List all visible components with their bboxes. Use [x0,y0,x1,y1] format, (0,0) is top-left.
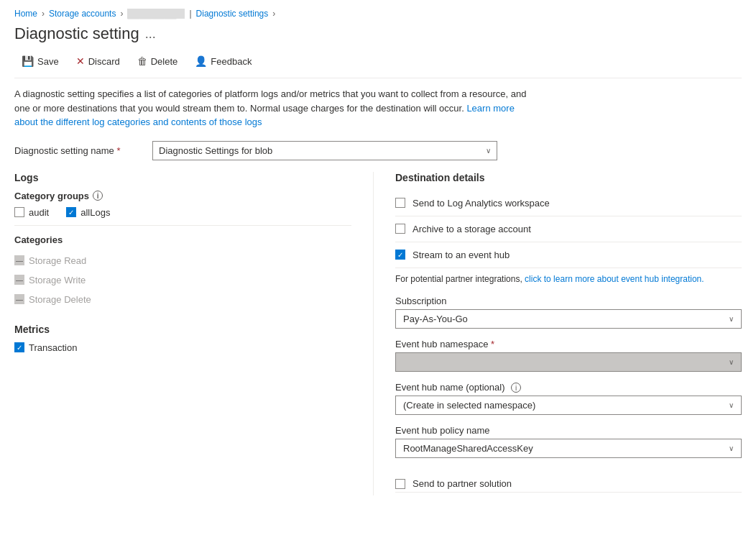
stream-event-hub-label: Stream to an event hub [412,250,510,260]
right-panel: Destination details Send to Log Analytic… [374,172,742,496]
send-partner-item: Send to partner solution [395,468,742,489]
category-groups-row: audit allLogs [14,207,351,218]
archive-storage-checkbox[interactable] [395,224,405,234]
save-icon: 💾 [22,55,34,67]
namespace-required-marker: * [491,339,494,349]
transaction-checkbox-item[interactable]: Transaction [14,342,351,353]
discard-icon: ✕ [76,55,85,67]
setting-name-value: Diagnostic Settings for blob [159,145,272,156]
event-hub-policy-dropdown[interactable]: RootManageSharedAccessKey ∨ [395,439,742,458]
delete-label: Delete [151,56,178,67]
save-label: Save [37,56,59,67]
storage-write-item: Storage Write [14,270,351,290]
subscription-field-group: Subscription Pay-As-You-Go ∨ [395,296,742,329]
storage-write-label: Storage Write [29,275,86,285]
event-hub-namespace-value: ████████ [403,357,461,367]
destination-section: Destination details Send to Log Analytic… [395,172,742,493]
toolbar: 💾 Save ✕ Discard 🗑 Delete 👤 Feedback [14,52,742,78]
content-area: Logs Category groups i audit allLogs Ca [14,172,742,496]
breadcrumb-sep3: | [189,9,191,19]
event-hub-namespace-label: Event hub namespace * [395,339,742,349]
breadcrumb-storage-accounts[interactable]: Storage accounts [49,9,116,19]
storage-delete-item: Storage Delete [14,290,351,309]
event-hub-policy-value: RootManageSharedAccessKey [403,443,533,454]
event-hub-name-info-icon[interactable]: i [511,383,521,393]
log-analytics-item: Send to Log Analytics workspace [395,191,742,216]
discard-button[interactable]: ✕ Discard [69,52,127,70]
page-title-container: Diagnostic setting ... [14,24,742,43]
page-title-ellipsis[interactable]: ... [145,27,156,42]
event-hub-namespace-dropdown[interactable]: ████████ ∨ [395,352,742,372]
stream-event-hub-item: Stream to an event hub [395,242,742,268]
left-panel: Logs Category groups i audit allLogs Ca [14,172,374,496]
breadcrumb: Home › Storage accounts › ████████ | Dia… [14,9,742,19]
event-hub-name-label: Event hub name (optional) i [395,382,742,393]
subscription-label: Subscription [395,296,742,306]
description-text: A diagnostic setting specifies a list of… [14,87,532,129]
event-hub-policy-chevron: ∨ [729,444,734,452]
subscription-value: Pay-As-You-Go [403,314,468,324]
transaction-checkbox[interactable] [14,342,24,352]
event-hub-policy-label: Event hub policy name [395,425,742,436]
breadcrumb-sep1: › [42,9,45,19]
event-hub-name-value: (Create in selected namespace) [403,400,535,411]
setting-name-label: Diagnostic setting name * [14,145,144,156]
storage-read-checkbox[interactable] [14,255,24,265]
all-logs-label: allLogs [80,207,110,218]
save-button[interactable]: 💾 Save [14,52,66,70]
discard-label: Discard [88,56,120,67]
audit-checkbox-item[interactable]: audit [14,207,49,218]
setting-name-chevron: ∨ [486,147,491,155]
feedback-button[interactable]: 👤 Feedback [188,52,259,70]
stream-event-hub-checkbox[interactable] [395,250,405,260]
metrics-section-title: Metrics [14,324,351,335]
category-groups-label: Category groups i [14,191,351,201]
all-logs-checkbox[interactable] [66,207,76,217]
partner-note: For potential partner integrations, clic… [395,274,742,284]
partner-divider [395,492,742,493]
feedback-label: Feedback [211,56,252,67]
archive-storage-label: Archive to a storage account [412,224,531,234]
log-analytics-checkbox[interactable] [395,198,405,208]
all-logs-checkbox-item[interactable]: allLogs [66,207,110,218]
delete-button[interactable]: 🗑 Delete [130,52,185,70]
storage-delete-checkbox[interactable] [14,294,24,304]
log-analytics-label: Send to Log Analytics workspace [412,198,550,209]
storage-read-label: Storage Read [29,255,86,266]
send-partner-checkbox[interactable] [395,479,405,489]
feedback-icon: 👤 [195,55,207,67]
breadcrumb-resource: ████████ [127,9,185,19]
page-title: Diagnostic setting [14,24,139,43]
event-hub-name-field-group: Event hub name (optional) i (Create in s… [395,382,742,416]
storage-read-item: Storage Read [14,251,351,270]
send-partner-label: Send to partner solution [412,478,512,489]
transaction-label: Transaction [29,342,77,353]
categories-label: Categories [14,234,351,245]
audit-checkbox[interactable] [14,207,24,217]
breadcrumb-diagnostic-settings[interactable]: Diagnostic settings [196,9,269,19]
logs-divider [14,225,351,226]
event-hub-name-chevron: ∨ [729,401,734,409]
event-hub-name-dropdown[interactable]: (Create in selected namespace) ∨ [395,396,742,415]
namespace-chevron: ∨ [729,358,734,366]
audit-label: audit [29,207,49,218]
event-hub-policy-field-group: Event hub policy name RootManageSharedAc… [395,425,742,458]
archive-storage-item: Archive to a storage account [395,216,742,242]
storage-delete-label: Storage Delete [29,294,91,305]
storage-write-checkbox[interactable] [14,275,24,285]
category-groups-info-icon[interactable]: i [93,191,103,201]
breadcrumb-home[interactable]: Home [14,9,37,19]
setting-name-input[interactable]: Diagnostic Settings for blob ∨ [152,141,497,160]
categories-section: Categories Storage Read Storage Write St… [14,234,351,309]
metrics-section: Metrics Transaction [14,324,351,353]
subscription-chevron: ∨ [729,315,734,323]
partner-link[interactable]: click to learn more about event hub inte… [525,274,704,284]
destination-section-title: Destination details [395,172,742,183]
breadcrumb-sep2: › [120,9,123,19]
setting-name-row: Diagnostic setting name * Diagnostic Set… [14,141,742,160]
delete-icon: 🗑 [137,55,147,67]
logs-section-title: Logs [14,172,351,183]
subscription-dropdown[interactable]: Pay-As-You-Go ∨ [395,309,742,329]
event-hub-namespace-field-group: Event hub namespace * ████████ ∨ [395,339,742,372]
breadcrumb-sep4: › [272,9,275,19]
